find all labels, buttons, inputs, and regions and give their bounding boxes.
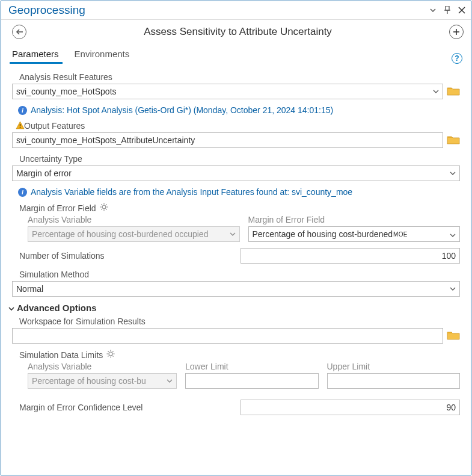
add-button[interactable] — [449, 25, 464, 39]
input-uncertainty-type[interactable]: Margin of error — [12, 165, 460, 181]
svg-line-17 — [106, 209, 106, 209]
input-analysis-variable: Percentage of housing cost-burdened occu… — [28, 226, 240, 242]
svg-line-27 — [112, 351, 113, 351]
label-upper-limit: Upper Limit — [327, 362, 461, 371]
label-moe-field-col: Margin of Error Field — [248, 215, 461, 224]
info-icon: i — [18, 106, 27, 115]
label-moe-confidence: Margin of Error Confidence Level — [12, 403, 241, 412]
tab-bar: Parameters Environments ? — [1, 42, 471, 64]
input-moe-field[interactable]: Percentage of housing cost-burdenedMOE — [248, 226, 461, 242]
label-sim-method: Simulation Method — [12, 270, 460, 279]
input-sim-method[interactable]: Normal — [12, 281, 460, 297]
input-num-simulations[interactable] — [241, 248, 460, 264]
parameters-body: Analysis Result Features svi_county_moe_… — [1, 64, 471, 475]
svg-point-20 — [109, 352, 112, 356]
chevron-down-icon — [8, 303, 14, 313]
tool-header: Assess Sensitivity to Attribute Uncertai… — [1, 20, 471, 42]
advanced-options-header[interactable]: Advanced Options — [8, 303, 460, 313]
analysis-info-text: Analysis: Hot Spot Analysis (Getis-Ord G… — [31, 105, 333, 115]
label-moe-field: Margin of Error Field — [12, 203, 460, 213]
back-button[interactable] — [12, 25, 26, 39]
pin-icon[interactable] — [443, 6, 452, 14]
input-workspace[interactable] — [12, 328, 443, 344]
label-analysis-result-features: Analysis Result Features — [12, 72, 460, 82]
svg-line-26 — [112, 356, 113, 356]
label-lower-limit: Lower Limit — [185, 362, 319, 371]
gear-icon[interactable] — [100, 203, 108, 213]
input-limits-analysis-var: Percentage of housing cost-bu — [28, 373, 177, 389]
svg-line-18 — [106, 204, 106, 205]
svg-rect-0 — [446, 6, 449, 10]
warning-icon — [16, 121, 25, 129]
label-analysis-variable: Analysis Variable — [28, 215, 240, 224]
chevron-down-icon — [450, 229, 456, 239]
label-limits-analysis-var: Analysis Variable — [28, 362, 177, 371]
variable-info[interactable]: i Analysis Variable fields are from the … — [18, 187, 460, 197]
close-icon[interactable] — [458, 6, 466, 14]
input-lower-limit[interactable] — [185, 373, 319, 389]
label-output-features: Output Features — [12, 121, 460, 131]
titlebar: Geoprocessing — [1, 1, 471, 20]
label-workspace: Workspace for Simulation Results — [12, 317, 460, 326]
input-upper-limit[interactable] — [327, 373, 461, 389]
help-button[interactable]: ? — [452, 53, 462, 64]
svg-point-10 — [20, 127, 21, 128]
label-uncertainty-type: Uncertainty Type — [12, 154, 460, 164]
chevron-down-icon[interactable] — [429, 6, 437, 14]
browse-icon[interactable] — [447, 134, 460, 147]
browse-icon[interactable] — [447, 85, 460, 98]
label-num-simulations: Number of Simulations — [12, 251, 241, 261]
browse-icon[interactable] — [447, 330, 460, 342]
info-icon: i — [18, 188, 27, 197]
variable-info-text: Analysis Variable fields are from the An… — [31, 187, 352, 197]
input-moe-confidence[interactable] — [241, 400, 460, 415]
svg-line-19 — [101, 209, 102, 209]
pane-title: Geoprocessing — [8, 4, 429, 17]
label-sim-limits: Simulation Data Limits — [12, 350, 460, 360]
input-output-features[interactable] — [12, 132, 443, 148]
svg-point-11 — [102, 205, 106, 209]
input-analysis-result-features[interactable]: svi_county_moe_HotSpots — [12, 84, 443, 99]
svg-line-25 — [108, 351, 109, 351]
svg-line-16 — [101, 204, 102, 205]
analysis-info[interactable]: i Analysis: Hot Spot Analysis (Getis-Ord… — [18, 105, 460, 115]
active-tab-indicator — [10, 62, 63, 64]
tab-parameters[interactable]: Parameters — [10, 45, 61, 64]
gear-icon[interactable] — [106, 350, 115, 360]
svg-line-28 — [108, 356, 109, 356]
geoprocessing-pane: Geoprocessing Assess Sensitivity to Attr… — [1, 1, 471, 475]
tool-title: Assess Sensitivity to Attribute Uncertai… — [26, 26, 449, 38]
tab-environments[interactable]: Environments — [72, 45, 132, 64]
